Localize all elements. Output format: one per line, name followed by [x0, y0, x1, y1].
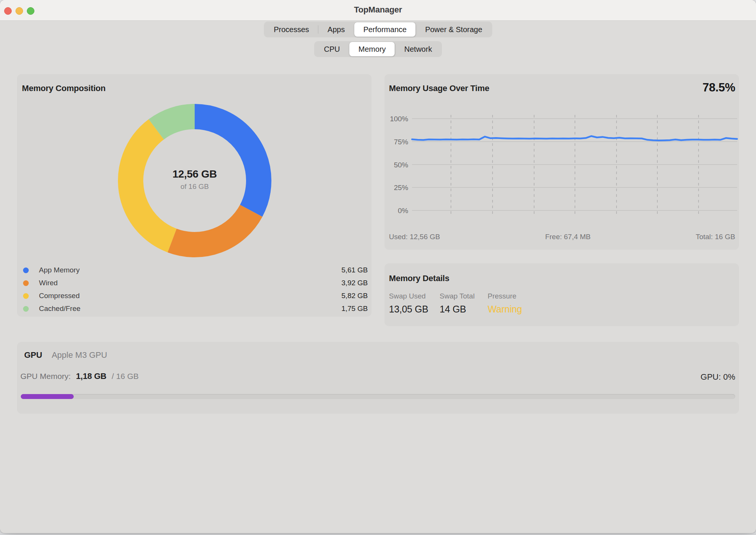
legend-label: App Memory — [39, 266, 80, 274]
legend-item: Cached/Free1,75 GB — [23, 302, 368, 315]
memory-usage-series-line — [412, 136, 737, 141]
details-value: 14 GB — [440, 304, 475, 315]
memory-composition-title: Memory Composition — [22, 83, 105, 93]
y-axis-tick-label: 100% — [390, 115, 408, 123]
usage-footer-used: Used: 12,56 GB — [389, 233, 440, 241]
tab-apps[interactable]: Apps — [319, 22, 354, 37]
gpu-memory-total: / 16 GB — [112, 372, 139, 381]
details-value: Warning — [488, 304, 522, 315]
memory-capacity-caption: of 16 GB — [138, 182, 251, 191]
legend-item: Wired3,92 GB — [23, 277, 368, 289]
main-tab-bar: ProcessesAppsPerformancePower & Storage — [264, 22, 492, 37]
titlebar: TopManager — [0, 0, 756, 21]
details-col-swap-total: Swap Total14 GB — [440, 292, 475, 315]
gpu-device-name: Apple M3 GPU — [52, 350, 107, 360]
details-label: Swap Total — [440, 292, 475, 300]
gpu-memory-progress-track — [21, 394, 735, 399]
legend-value: 1,75 GB — [341, 305, 368, 313]
gpu-memory-used: 1,18 GB — [76, 371, 107, 381]
legend-color-dot — [23, 280, 29, 286]
memory-composition-legend: App Memory5,61 GBWired3,92 GBCompressed5… — [23, 264, 368, 315]
subtab-memory[interactable]: Memory — [349, 42, 395, 56]
app-window: TopManager ProcessesAppsPerformancePower… — [0, 0, 756, 533]
memory-usage-line-chart: 100%75%50%25%0% — [384, 74, 739, 250]
details-label: Swap Used — [389, 292, 428, 300]
gpu-panel: GPU Apple M3 GPU GPU Memory: 1,18 GB / 1… — [17, 342, 739, 414]
legend-value: 5,61 GB — [341, 266, 368, 274]
legend-color-dot — [23, 268, 29, 273]
gpu-memory-label: GPU Memory: — [20, 372, 71, 381]
legend-color-dot — [23, 306, 29, 312]
gpu-header: GPU Apple M3 GPU — [24, 350, 107, 360]
legend-value: 3,92 GB — [341, 279, 368, 287]
details-col-swap-used: Swap Used13,05 GB — [389, 292, 428, 315]
usage-footer-free: Free: 67,4 MB — [545, 233, 590, 241]
details-col-pressure: PressureWarning — [488, 292, 522, 315]
legend-value: 5,82 GB — [341, 292, 368, 300]
legend-color-dot — [23, 293, 29, 299]
memory-usage-footer: Used: 12,56 GB Free: 67,4 MB Total: 16 G… — [389, 233, 735, 241]
window-title: TopManager — [0, 5, 756, 15]
tab-power-storage[interactable]: Power & Storage — [416, 22, 491, 37]
usage-footer-total: Total: 16 GB — [696, 233, 735, 241]
tab-performance[interactable]: Performance — [354, 22, 416, 37]
legend-label: Wired — [39, 279, 58, 287]
legend-item: Compressed5,82 GB — [23, 289, 368, 302]
y-axis-tick-label: 50% — [394, 161, 408, 169]
tab-processes[interactable]: Processes — [265, 22, 318, 37]
gpu-usage-percent: GPU: 0% — [700, 372, 735, 382]
details-value: 13,05 GB — [389, 304, 428, 315]
memory-details-title: Memory Details — [389, 274, 449, 283]
memory-usage-panel: Memory Usage Over Time 78.5% 100%75%50%2… — [384, 74, 739, 250]
performance-sub-tab-bar: CPUMemoryNetwork — [314, 41, 442, 57]
gpu-heading: GPU — [24, 350, 42, 360]
gpu-memory-row: GPU Memory: 1,18 GB / 16 GB — [20, 371, 139, 381]
legend-label: Compressed — [39, 292, 80, 300]
gpu-memory-progress-fill — [21, 394, 74, 399]
y-axis-tick-label: 25% — [394, 184, 408, 192]
legend-label: Cached/Free — [39, 305, 81, 313]
memory-composition-panel: Memory Composition 12,56 GB of 16 GB App… — [17, 74, 372, 317]
y-axis-tick-label: 0% — [398, 207, 409, 215]
memory-details-panel: Memory Details Swap Used13,05 GBSwap Tot… — [384, 263, 739, 326]
y-axis-tick-label: 75% — [394, 138, 408, 146]
donut-center-text: 12,56 GB of 16 GB — [138, 168, 251, 191]
legend-item: App Memory5,61 GB — [23, 264, 368, 277]
memory-used-total: 12,56 GB — [138, 168, 251, 180]
subtab-network[interactable]: Network — [395, 42, 441, 56]
subtab-cpu[interactable]: CPU — [315, 42, 349, 56]
details-label: Pressure — [488, 292, 522, 300]
